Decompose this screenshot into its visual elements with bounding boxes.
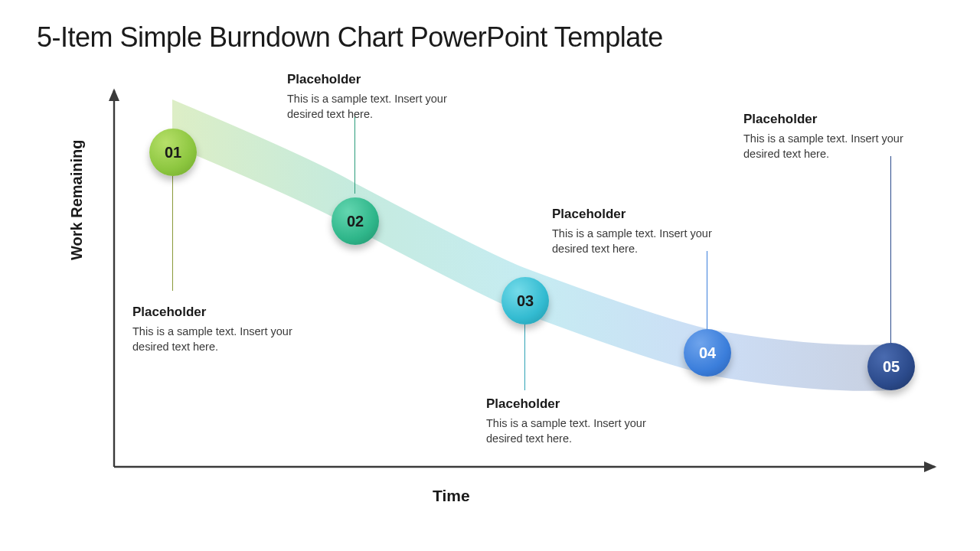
callout-body: This is a sample text. Insert your desir… xyxy=(287,92,456,122)
leader-line xyxy=(172,176,173,291)
step-marker-05: 05 xyxy=(867,343,915,390)
burndown-chart: Work Remaining Time xyxy=(73,84,938,497)
step-marker-02: 02 xyxy=(332,197,379,245)
x-axis-label: Time xyxy=(433,487,470,505)
leader-line xyxy=(354,113,355,194)
step-number: 05 xyxy=(883,358,900,376)
slide-title: 5-Item Simple Burndown Chart PowerPoint … xyxy=(37,21,663,54)
callout-title: Placeholder xyxy=(552,207,720,222)
leader-line xyxy=(890,156,891,347)
callout-title: Placeholder xyxy=(132,305,301,320)
callout-title: Placeholder xyxy=(486,396,655,412)
step-number: 02 xyxy=(347,213,364,230)
leader-line xyxy=(524,321,525,390)
callout-01: Placeholder This is a sample text. Inser… xyxy=(132,305,301,354)
slide: 5-Item Simple Burndown Chart PowerPoint … xyxy=(0,0,980,551)
callout-body: This is a sample text. Insert your desir… xyxy=(486,416,655,446)
callout-04: Placeholder This is a sample text. Inser… xyxy=(552,207,720,256)
callout-05: Placeholder This is a sample text. Inser… xyxy=(743,112,912,161)
step-number: 03 xyxy=(517,292,534,310)
leader-line xyxy=(707,251,707,331)
callout-body: This is a sample text. Insert your desir… xyxy=(552,227,720,256)
step-marker-04: 04 xyxy=(684,329,731,377)
callout-body: This is a sample text. Insert your desir… xyxy=(132,324,301,354)
step-number: 04 xyxy=(699,344,716,362)
step-marker-01: 01 xyxy=(149,129,197,176)
step-marker-03: 03 xyxy=(501,277,549,324)
callout-title: Placeholder xyxy=(287,72,456,87)
callout-body: This is a sample text. Insert your desir… xyxy=(743,132,912,161)
callout-03: Placeholder This is a sample text. Inser… xyxy=(486,396,655,446)
step-number: 01 xyxy=(165,144,181,161)
callout-title: Placeholder xyxy=(743,112,912,127)
callout-02: Placeholder This is a sample text. Inser… xyxy=(287,72,456,122)
y-axis-label: Work Remaining xyxy=(68,140,86,260)
